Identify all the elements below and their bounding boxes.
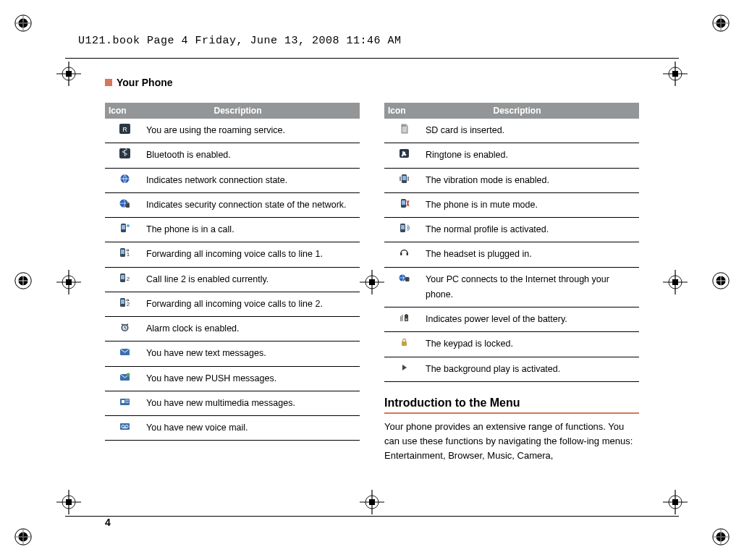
table-header-left: Icon Description bbox=[105, 103, 360, 119]
svg-rect-117 bbox=[405, 277, 410, 281]
left-column: Icon Description RYou are using the roam… bbox=[105, 103, 360, 463]
svg-text:R: R bbox=[122, 126, 127, 133]
svg-rect-93 bbox=[121, 300, 124, 304]
row-description: The background play is activated. bbox=[424, 362, 636, 377]
table-row: 2Forwarding all incoming voice calls to … bbox=[105, 292, 360, 317]
row-description: Indicates power level of the battery. bbox=[424, 312, 636, 327]
headset-icon bbox=[384, 247, 424, 262]
svg-text:1: 1 bbox=[127, 251, 130, 258]
svg-rect-84 bbox=[122, 225, 125, 229]
svg-rect-122 bbox=[402, 315, 403, 321]
table-row: The keypad is locked. bbox=[384, 332, 639, 357]
svg-point-107 bbox=[405, 154, 407, 156]
table-row: Your PC connects to the Internet through… bbox=[384, 268, 639, 308]
svg-rect-111 bbox=[402, 200, 405, 205]
vibration-icon bbox=[384, 173, 424, 188]
mms-icon bbox=[105, 396, 145, 411]
svg-rect-65 bbox=[672, 71, 678, 77]
registration-mark-icon bbox=[711, 13, 731, 33]
svg-rect-101 bbox=[122, 400, 124, 403]
table-row: The normal profile is activated. bbox=[384, 218, 639, 242]
svg-point-106 bbox=[402, 155, 404, 157]
row-description: Your PC connects to the Internet through… bbox=[424, 272, 636, 303]
pc-internet-icon bbox=[384, 272, 424, 303]
registration-mark-icon bbox=[711, 271, 731, 291]
svg-rect-100 bbox=[120, 399, 130, 405]
table-row: Ringtone is enabled. bbox=[384, 143, 639, 168]
registration-mark-icon bbox=[13, 271, 33, 291]
svg-rect-121 bbox=[400, 316, 402, 321]
table-row: Indicates power level of the battery. bbox=[384, 307, 639, 332]
intro-rule bbox=[384, 412, 639, 414]
table-row: The background play is activated. bbox=[384, 357, 639, 382]
alarm-icon bbox=[105, 321, 145, 336]
table-row: 2Call line 2 is enabled currently. bbox=[105, 268, 360, 292]
crop-cross-icon bbox=[56, 270, 81, 294]
keypad-locked-icon bbox=[384, 336, 424, 352]
page-header-text: U121.book Page 4 Friday, June 13, 2008 1… bbox=[78, 35, 402, 47]
table-row: Indicates security connection state of t… bbox=[105, 193, 360, 218]
in-call-icon bbox=[105, 222, 145, 237]
svg-rect-87 bbox=[121, 250, 124, 254]
th-icon: Icon bbox=[388, 106, 428, 116]
network-icon bbox=[105, 173, 145, 188]
th-description: Description bbox=[428, 106, 635, 116]
crop-cross-icon bbox=[56, 61, 81, 86]
table-row: The phone is in a call. bbox=[105, 218, 360, 242]
roaming-icon: R bbox=[105, 123, 145, 138]
table-row: Alarm clock is enabled. bbox=[105, 317, 360, 341]
table-header-right: Icon Description bbox=[384, 103, 639, 119]
row-description: The headset is plugged in. bbox=[424, 247, 636, 262]
table-row: Indicates network connection state. bbox=[105, 169, 360, 193]
right-column: Icon Description SD card is inserted.Rin… bbox=[384, 103, 639, 463]
svg-rect-37 bbox=[66, 279, 72, 285]
svg-rect-123 bbox=[402, 341, 407, 346]
crop-cross-icon bbox=[663, 490, 688, 514]
section-title: Your Phone bbox=[117, 77, 173, 88]
registration-mark-icon bbox=[711, 527, 731, 547]
line2-icon: 2 bbox=[105, 272, 145, 287]
table-row: You have new voice mail. bbox=[105, 416, 360, 441]
row-description: Forwarding all incoming voice calls to l… bbox=[145, 297, 357, 312]
row-description: Ringtone is enabled. bbox=[424, 148, 636, 163]
svg-text:2: 2 bbox=[127, 301, 130, 307]
sd-card-icon bbox=[384, 123, 424, 138]
row-description: You have new voice mail. bbox=[145, 420, 357, 436]
table-row: You have new PUSH messages. bbox=[105, 367, 360, 391]
voicemail-icon bbox=[105, 420, 145, 436]
table-row: 1Forwarding all incoming voice calls to … bbox=[105, 242, 360, 267]
new-sms-icon bbox=[105, 346, 145, 361]
svg-rect-90 bbox=[121, 275, 124, 279]
bluetooth-icon bbox=[105, 148, 145, 163]
th-description: Description bbox=[148, 106, 356, 116]
row-description: The vibration mode is enabled. bbox=[424, 173, 636, 188]
svg-rect-45 bbox=[672, 279, 678, 285]
section-title-row: Your Phone bbox=[105, 77, 639, 88]
table-row: Bluetooth is enabled. bbox=[105, 143, 360, 168]
row-description: SD card is inserted. bbox=[424, 123, 636, 138]
svg-rect-115 bbox=[407, 253, 409, 255]
row-description: Alarm clock is enabled. bbox=[145, 321, 357, 336]
row-description: Bluetooth is enabled. bbox=[145, 148, 357, 163]
table-row: The phone is in mute mode. bbox=[384, 193, 639, 218]
svg-rect-114 bbox=[400, 253, 402, 255]
registration-mark-icon bbox=[13, 527, 33, 547]
table-row: The vibration mode is enabled. bbox=[384, 169, 639, 193]
table-row: RYou are using the roaming service. bbox=[105, 119, 360, 143]
row-description: You have new text messages. bbox=[145, 346, 357, 361]
svg-rect-57 bbox=[672, 499, 678, 505]
page-content: Your Phone Icon Description RYou are usi… bbox=[105, 77, 639, 501]
svg-rect-113 bbox=[401, 225, 405, 229]
row-description: Call line 2 is enabled currently. bbox=[145, 272, 357, 287]
row-description: The keypad is locked. bbox=[424, 336, 636, 352]
intro-body: Your phone provides an extensive range o… bbox=[384, 420, 639, 463]
row-description: The normal profile is activated. bbox=[424, 222, 636, 237]
svg-rect-61 bbox=[66, 71, 72, 77]
mute-icon bbox=[384, 198, 424, 213]
svg-rect-119 bbox=[406, 314, 407, 315]
row-description: The phone is in a call. bbox=[145, 222, 357, 237]
row-description: Indicates security connection state of t… bbox=[145, 198, 357, 213]
th-icon: Icon bbox=[109, 106, 148, 116]
svg-point-85 bbox=[127, 224, 130, 227]
push-msg-icon bbox=[105, 371, 145, 386]
